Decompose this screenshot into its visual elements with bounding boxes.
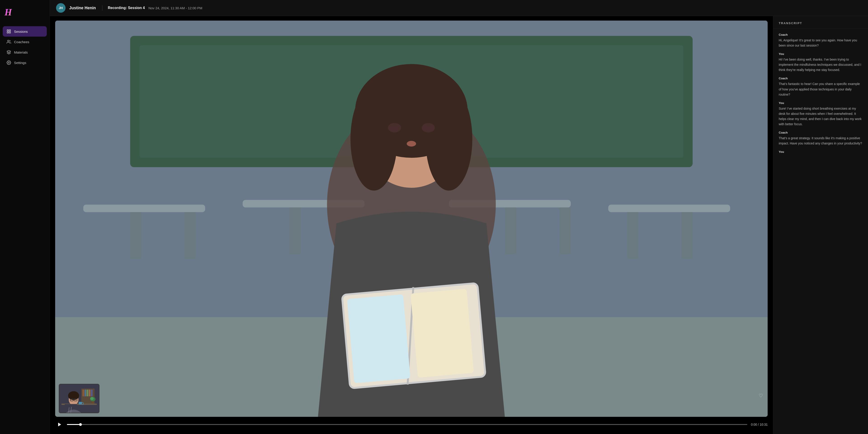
transcript-block: YouSure! I've started doing short breath… [779,101,863,127]
transcript-title: TRANSCRIPT [779,22,802,25]
transcript-block: CoachHi, Angelique! It's great to see yo… [779,33,863,48]
svg-rect-38 [83,390,84,396]
svg-rect-19 [608,205,730,212]
header-divider [102,5,102,11]
time-separator: / [758,423,760,426]
transcript-text: That's fantastic to hear! Can you share … [779,81,863,97]
transcript-block: CoachThat's a great strategy. It sounds … [779,131,863,146]
time-display: 0:00 / 10:31 [751,423,768,426]
svg-point-28 [388,123,401,132]
svg-rect-20 [627,212,638,259]
progress-fill [67,424,81,425]
sidebar-item-coachees[interactable]: Coachees [3,37,47,47]
svg-point-27 [426,88,472,191]
heart-icon: ♡ [758,393,763,399]
transcript-speaker: You [779,101,863,105]
svg-rect-14 [289,208,301,254]
svg-point-48 [68,391,79,400]
svg-rect-55 [65,404,77,405]
svg-rect-12 [184,212,196,259]
session-header: JH Justine Henin Recording: Session 4 No… [50,0,868,16]
content-area: ♡ 0:00 / 10:31 [50,16,868,434]
user-name: Justine Henin [69,6,96,10]
svg-marker-5 [7,51,11,52]
layers-icon [6,50,11,55]
svg-rect-35 [410,289,474,378]
svg-rect-10 [83,205,205,212]
svg-point-6 [8,62,9,63]
svg-rect-42 [91,390,93,396]
svg-rect-2 [7,32,8,33]
total-time: 10:31 [760,423,768,426]
transcript-body[interactable]: CoachHi, Angelique! It's great to see yo… [773,29,868,434]
svg-rect-34 [347,294,410,383]
play-button[interactable] [55,421,63,429]
svg-rect-11 [130,212,142,259]
svg-point-45 [90,397,94,400]
svg-point-4 [7,40,9,42]
video-background [55,21,768,417]
main-area: JH Justine Henin Recording: Session 4 No… [50,0,868,434]
transcript-speaker: You [779,52,863,56]
nav-items-container: Sessions Coachees Materials Settings [3,26,47,68]
transcript-text: Hi! I've been doing well, thanks. I've b… [779,57,863,72]
progress-bar[interactable] [67,424,747,425]
sidebar-item-label-settings: Settings [14,61,26,65]
progress-thumb [79,423,82,426]
avatar: JH [56,3,66,13]
svg-point-29 [422,123,435,132]
svg-rect-3 [9,32,11,33]
transcript-header: TRANSCRIPT [773,16,868,29]
sidebar-item-label-sessions: Sessions [14,30,28,33]
svg-rect-21 [681,212,692,259]
transcript-text: That's a great strategy. It sounds like … [779,135,863,146]
svg-rect-41 [89,390,90,396]
svg-rect-39 [85,390,86,396]
app-logo: H [4,7,12,18]
sidebar-item-sessions[interactable]: Sessions [3,26,47,37]
sidebar-item-label-coachees: Coachees [14,40,29,44]
sidebar-item-materials[interactable]: Materials [3,47,47,57]
video-scene [55,21,768,417]
video-section: ♡ 0:00 / 10:31 [50,16,773,434]
session-label: Recording: Session 4 [108,6,145,10]
svg-rect-18 [559,208,571,254]
transcript-block: CoachThat's fantastic to hear! Can you s… [779,76,863,97]
progress-track [67,424,747,425]
transcript-speaker: Coach [779,76,863,80]
current-time: 0:00 [751,423,757,426]
svg-point-26 [350,88,397,191]
svg-point-30 [407,141,416,147]
svg-rect-54 [79,402,82,405]
transcript-text: Sure! I've started doing short breathing… [779,106,863,127]
transcript-text: Hi, Angelique! It's great to see you aga… [779,38,863,48]
logo-area: H [3,4,47,24]
sidebar-item-settings[interactable]: Settings [3,57,47,68]
video-controls: 0:00 / 10:31 [55,420,768,430]
video-container: ♡ [55,21,768,417]
users-icon [6,39,11,44]
svg-rect-17 [505,208,517,254]
session-date: Nov 24, 2024, 11:30 AM - 12:00 PM [149,6,202,10]
transcript-block: You [779,150,863,153]
sidebar: H Sessions Coachees Materials Settings [0,0,50,434]
grid-icon [6,29,11,34]
transcript-block: YouHi! I've been doing well, thanks. I'v… [779,52,863,72]
play-icon [56,421,62,428]
pip-background [59,384,99,413]
svg-rect-40 [86,390,88,396]
pip-scene [59,384,99,413]
svg-rect-0 [7,30,8,31]
transcript-section: TRANSCRIPT CoachHi, Angelique! It's grea… [773,16,868,434]
transcript-speaker: Coach [779,131,863,134]
svg-rect-1 [9,30,11,31]
settings-icon [6,60,11,65]
sidebar-item-label-materials: Materials [14,51,28,54]
transcript-speaker: Coach [779,33,863,36]
pip-video [59,384,99,413]
transcript-speaker: You [779,150,863,153]
